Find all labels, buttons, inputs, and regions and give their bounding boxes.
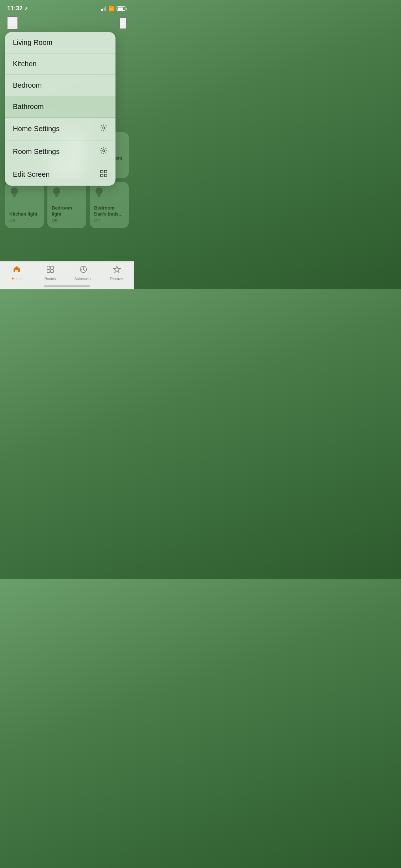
accessory-card-kitchen-light[interactable]: Kitchen light Off	[5, 182, 44, 228]
svg-rect-4	[101, 174, 103, 177]
automation-tab-label: Automation	[74, 277, 93, 281]
tab-rooms[interactable]: Rooms	[34, 265, 67, 281]
tab-automation[interactable]: Automation	[67, 265, 101, 281]
menu-item-edit-screen[interactable]: Edit Screen	[5, 163, 115, 186]
card-status-kitchen-light: Off	[9, 218, 40, 223]
rooms-tab-icon	[46, 265, 55, 276]
discover-tab-label: Discover	[110, 277, 124, 281]
card-name-kitchen-light: Kitchen light	[9, 211, 40, 217]
room-dropdown-menu: Living Room Kitchen Bedroom Bathroom Hom…	[5, 32, 115, 186]
signal-icon	[101, 6, 106, 11]
menu-item-home-settings[interactable]: Home Settings	[5, 118, 115, 140]
edit-screen-grid-icon	[100, 170, 108, 179]
rooms-tab-label: Rooms	[45, 277, 56, 281]
svg-rect-16	[47, 270, 50, 273]
home-indicator	[44, 285, 90, 287]
home-tab-icon	[12, 265, 21, 276]
svg-rect-2	[101, 170, 103, 173]
wifi-icon: 📶	[108, 6, 114, 11]
card-status-bedroom-light: Off	[52, 218, 82, 223]
menu-item-living-room[interactable]: Living Room	[5, 32, 115, 53]
card-icon-area-bedroom-light	[52, 187, 82, 201]
svg-rect-5	[104, 174, 107, 177]
svg-rect-3	[104, 170, 107, 173]
svg-rect-17	[51, 270, 53, 273]
svg-rect-14	[47, 266, 50, 269]
discover-tab-icon	[113, 265, 121, 276]
home-settings-gear-icon	[100, 124, 108, 134]
svg-rect-10	[55, 195, 58, 196]
battery-icon	[117, 6, 127, 11]
svg-point-0	[103, 127, 105, 129]
status-icons: 📶	[101, 6, 127, 11]
card-name-bedroom-dans: Bedroom Dan's beds...	[94, 205, 124, 217]
status-time: 11:32 ↗	[7, 5, 28, 12]
svg-rect-12	[98, 195, 101, 196]
room-settings-gear-icon	[100, 147, 108, 156]
svg-rect-9	[13, 196, 16, 197]
lightbulb-icon-dans	[94, 187, 104, 201]
menu-item-bathroom[interactable]: Bathroom	[5, 96, 115, 118]
accessory-card-bedroom-light[interactable]: Bedroom light Off	[47, 182, 86, 228]
card-name-bedroom-light: Bedroom light	[52, 205, 82, 217]
automation-tab-icon	[79, 265, 88, 276]
location-icon: ↗	[24, 6, 28, 11]
tab-home[interactable]: Home	[0, 265, 34, 281]
menu-item-kitchen[interactable]: Kitchen	[5, 53, 115, 75]
svg-rect-13	[98, 196, 101, 197]
card-icon-area-bedroom-dans	[94, 187, 124, 201]
svg-point-1	[103, 150, 105, 152]
home-tab-label: Home	[12, 277, 22, 281]
lightbulb-icon-kitchen	[9, 187, 19, 201]
menu-item-bedroom[interactable]: Bedroom	[5, 75, 115, 96]
accessory-card-bedroom-dans[interactable]: Bedroom Dan's beds... Off	[90, 182, 129, 228]
card-icon-area-kitchen-light	[9, 187, 40, 201]
status-bar: 11:32 ↗ 📶	[0, 0, 134, 15]
home-nav-button[interactable]	[7, 16, 18, 30]
lightbulb-icon-bedroom	[52, 187, 62, 201]
menu-item-room-settings[interactable]: Room Settings	[5, 140, 115, 163]
top-bar: +	[0, 15, 134, 33]
svg-rect-11	[56, 196, 58, 197]
svg-rect-15	[51, 266, 53, 269]
add-button[interactable]: +	[119, 17, 127, 29]
svg-rect-8	[13, 195, 16, 196]
card-status-bedroom-dans: Off	[94, 218, 124, 223]
tab-discover[interactable]: Discover	[100, 265, 134, 281]
